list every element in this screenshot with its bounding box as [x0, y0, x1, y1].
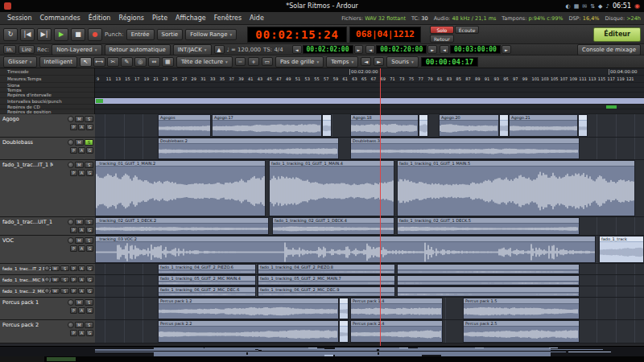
zoom-in-button[interactable]: +: [248, 57, 258, 66]
ruler-row-4[interactable]: [95, 93, 644, 98]
solo-button[interactable]: S: [85, 139, 93, 146]
mute-button[interactable]: M: [75, 299, 84, 306]
audio-region[interactable]: Agogo.18: [350, 114, 419, 137]
edit-mode-dropdown[interactable]: Glisser ▾: [3, 56, 37, 68]
punch-out-button[interactable]: Sortie: [157, 29, 184, 40]
audio-region[interactable]: _tracking_03 VOC.2: [95, 236, 596, 263]
track-header-3[interactable]: fado_1_trac...UIT_1 DECKMSPAG: [0, 217, 95, 236]
menu-commandes[interactable]: Commandes: [36, 14, 85, 23]
tool-internal-edit[interactable]: ▦: [162, 57, 174, 67]
menu-piste[interactable]: Piste: [148, 14, 171, 23]
secondary-clock[interactable]: 068|04|1212: [349, 27, 421, 43]
ruler-label-4[interactable]: Repères d'intervalle: [0, 93, 94, 98]
record-arm-button[interactable]: [68, 219, 74, 225]
group-button-p[interactable]: P: [70, 307, 77, 314]
audio-region[interactable]: fado_1_tracking_06_GUIT_2_MIC_DEC.9: [258, 286, 395, 297]
audio-region[interactable]: [397, 275, 580, 286]
track-header-6[interactable]: fado_1_trac...MIC MAINMSPAG: [0, 275, 95, 286]
menu-affichage[interactable]: Affichage: [171, 14, 210, 23]
group-button-g[interactable]: G: [86, 307, 93, 314]
track-header-0[interactable]: AgogoMSPAG: [0, 114, 95, 138]
group-button-p[interactable]: P: [70, 245, 77, 252]
clock-fwd-button[interactable]: ►: [502, 45, 511, 54]
group-button-a[interactable]: A: [78, 124, 85, 130]
group-button-a[interactable]: A: [78, 265, 85, 271]
solo-button[interactable]: S: [60, 288, 69, 294]
nudge-back-button[interactable]: ◄: [361, 57, 371, 66]
group-button-a[interactable]: A: [78, 330, 85, 336]
solo-button[interactable]: S: [85, 322, 93, 328]
playhead-menu-dropdown[interactable]: Tête de lecture ▾: [176, 56, 233, 68]
loop-start-marker[interactable]: [96, 99, 103, 103]
audio-region[interactable]: fado_1_tracking_06_GUIT_2_MIC_DEC.6: [158, 286, 256, 297]
audio-region[interactable]: Percus pack 1.4: [350, 298, 443, 319]
editor-tab-button[interactable]: Éditeur: [593, 27, 641, 42]
track-header-7[interactable]: fado_1_trac...2_MIC DECMSPAG: [0, 286, 95, 298]
solo-button[interactable]: S: [60, 265, 69, 271]
group-button-p[interactable]: P: [70, 330, 77, 336]
track-lane-2[interactable]: _tracking_01_GUIT_1_MAIN.2fado_1_trackin…: [95, 160, 644, 217]
app-icon[interactable]: [4, 2, 11, 10]
zoom-out-button[interactable]: −: [235, 57, 246, 66]
track-lane-5[interactable]: fado_1_tracking_04_GUIT_2_PIEZO.6fado_1_…: [95, 264, 644, 275]
audio-region[interactable]: Percus pack 1.5: [463, 298, 580, 319]
solo-button[interactable]: S: [85, 162, 93, 168]
clock-back-button[interactable]: ◄: [365, 45, 375, 54]
audio-region[interactable]: fado_1_tracking_02_GUIT_1 DECK.5: [397, 217, 580, 235]
range-clock-0[interactable]: 00:02:02:00: [303, 45, 353, 54]
mute-button[interactable]: M: [75, 116, 84, 122]
solo-button[interactable]: S: [85, 116, 93, 122]
punch-in-button[interactable]: Entrée: [126, 29, 155, 40]
track-header-4[interactable]: VOCMSPAG: [0, 236, 95, 264]
play-button[interactable]: ▶: [54, 28, 68, 41]
ruler-row-5[interactable]: [95, 98, 644, 105]
audio-region[interactable]: [397, 286, 580, 297]
menu-fentres[interactable]: Fenêtres: [210, 14, 246, 23]
track-header-8[interactable]: Percus pack 1MSPAG: [0, 298, 95, 320]
audio-region[interactable]: fado_1_tracking_05_GUIT_2_MIC_MAIN.7: [258, 275, 395, 286]
timesig-display[interactable]: TS: 4/4: [263, 47, 283, 53]
audio-region[interactable]: fado_1_tracking_04_GUIT_2_PIEZO.8: [258, 264, 395, 274]
layer-mode-dropdown[interactable]: Non-Layered ▾: [52, 44, 101, 56]
nudge-forward-button[interactable]: ►: [374, 57, 384, 66]
tool-audition[interactable]: ◎: [134, 57, 147, 67]
mute-button[interactable]: M: [75, 139, 84, 146]
group-button-p[interactable]: P: [70, 227, 77, 233]
grid-mode-dropdown[interactable]: Pas de grille ▾: [275, 56, 324, 68]
audio-region[interactable]: Percus pack 1.2: [158, 298, 339, 319]
primary-clock[interactable]: 00:02:15:24: [247, 27, 347, 43]
group-button-p[interactable]: P: [70, 170, 77, 176]
track-lane-8[interactable]: Percus pack 1.2Percus pack 1.4Percus pac…: [95, 298, 644, 320]
tray-icon-4[interactable]: ◆: [598, 3, 602, 10]
tray-icon-3[interactable]: ⇅: [590, 3, 595, 10]
group-button-g[interactable]: G: [86, 227, 93, 233]
track-header-5[interactable]: fado_1_trac...IT_2 PIEZOMSPAG: [0, 264, 95, 275]
edit-point-dropdown[interactable]: Souris ▾: [386, 56, 418, 68]
audio-region[interactable]: fado_1_tracking_02_GUIT_1_DECK.4: [272, 217, 394, 235]
audio-region[interactable]: Percus pack 2.2: [158, 320, 339, 343]
range-clock-1[interactable]: 00:02:20:00: [376, 45, 427, 54]
audio-region[interactable]: _tracking_01_GUIT_1_MAIN.2: [95, 160, 266, 216]
group-button-a[interactable]: A: [78, 277, 85, 282]
group-button-g[interactable]: G: [86, 265, 93, 271]
group-button-a[interactable]: A: [78, 245, 85, 252]
group-button-a[interactable]: A: [78, 307, 85, 314]
solo-button[interactable]: S: [60, 277, 69, 282]
audition-button[interactable]: Écoute: [455, 26, 480, 34]
record-button[interactable]: ●: [88, 28, 102, 41]
record-arm-button[interactable]: [68, 299, 74, 306]
smart-mode-button[interactable]: Intelligent: [39, 56, 77, 68]
ruler-canvas[interactable]: 00:02:00:0000:04:00:00911131517192123252…: [95, 68, 644, 114]
audio-region[interactable]: Agogo.20: [439, 114, 499, 137]
loop-button[interactable]: ↻: [3, 28, 18, 41]
mute-button[interactable]: M: [51, 265, 60, 271]
clock-fwd-button[interactable]: ►: [427, 45, 437, 54]
tray-icon-5[interactable]: ♪: [605, 3, 609, 10]
mute-button[interactable]: M: [51, 277, 60, 282]
audio-region[interactable]: [419, 114, 428, 137]
group-button-a[interactable]: A: [78, 288, 85, 294]
track-lane-0[interactable]: AgogosAgogo.17Agogo.18Agogo.20Agogo.21: [95, 114, 644, 138]
grid-type-dropdown[interactable]: Temps ▾: [326, 56, 358, 68]
audio-region[interactable]: _tracking_02_GUIT_1_DECK.2: [95, 217, 269, 235]
tray-icon-1[interactable]: ▦: [574, 3, 580, 10]
